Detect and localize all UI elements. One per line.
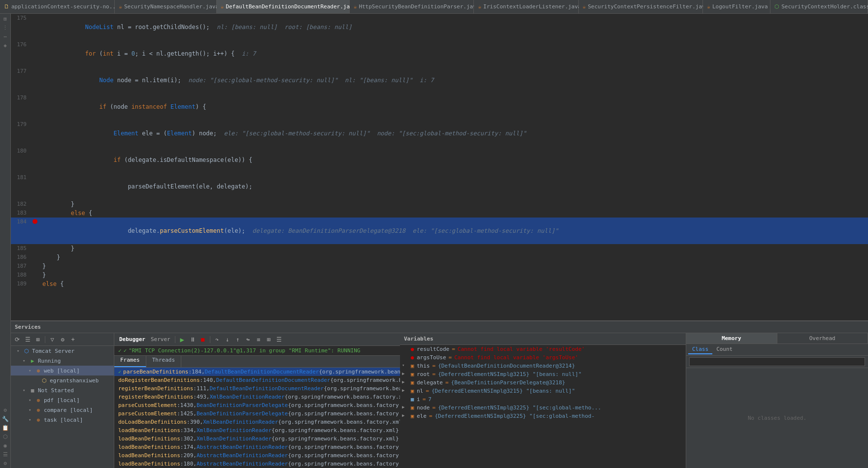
dbg-step-out-btn[interactable]: ↑ <box>234 335 242 344</box>
frame-7[interactable]: loadBeanDefinitions :334, XmlBeanDefinit… <box>114 426 400 435</box>
tab-2[interactable]: ☕ DefaultBeanDefinitionDocumentReader.ja… <box>217 0 350 13</box>
java-icon-6: ☕ <box>707 3 710 10</box>
tab-threads[interactable]: Threads <box>146 356 181 367</box>
tab-3[interactable]: ☕ HttpSecurityBeanDefinitionParser.java … <box>350 0 474 13</box>
tab-0[interactable]: 🗋 applicationContext-security-no... ✕ <box>0 0 115 13</box>
dbg-run-to-cursor-btn[interactable]: ↬ <box>244 335 253 344</box>
thread-check-icon: ✓ <box>118 347 122 354</box>
frame-8[interactable]: loadBeanDefinitions :302, XmlBeanDefinit… <box>114 435 400 443</box>
java-icon-4: ☕ <box>478 3 481 10</box>
services-add-btn[interactable]: + <box>68 335 77 344</box>
memory-overhead-tabs: Memory Overhead <box>686 333 868 344</box>
frame-11[interactable]: loadBeanDefinitions :180, AbstractBeanDe… <box>114 460 400 468</box>
var-i: ■ i = 7 <box>400 395 686 404</box>
count-subtab[interactable]: Count <box>712 345 736 354</box>
frame-3[interactable]: registerBeanDefinitions :493, XmlBeanDef… <box>114 393 400 401</box>
overhead-tab[interactable]: Overhead <box>777 333 868 343</box>
egrants-label: egrantshanxiweb <box>50 377 99 384</box>
dbg-stop-btn[interactable]: ■ <box>199 335 207 344</box>
tab-6[interactable]: ☕ LogoutFilter.java ✕ <box>703 0 770 13</box>
services-refresh-btn[interactable]: ⟳ <box>13 335 22 344</box>
tab-5-label: SecurityContextPersistenceFilter.java <box>588 3 708 10</box>
dbg-evaluate-btn[interactable]: ≡ <box>254 335 263 344</box>
compare-icon: ⊛ <box>34 406 42 414</box>
frames-list[interactable]: ✓ parseBeanDefinitions :184, DefaultBean… <box>114 368 400 468</box>
frame-10[interactable]: loadBeanDefinitions :209, AbstractBeanDe… <box>114 451 400 460</box>
dbg-settings-btn[interactable]: ⊞ <box>265 335 273 344</box>
tab-4[interactable]: ☕ IrisContextLoaderListener.java ✕ <box>474 0 578 13</box>
running-label: Running <box>38 358 61 364</box>
tab-7[interactable]: ⬡ SecurityContextHolder.class ✕ <box>770 0 868 13</box>
services-settings-btn[interactable]: ⚙ <box>58 335 67 344</box>
server-btn[interactable]: Server <box>149 336 172 343</box>
memory-search-input[interactable] <box>689 357 865 366</box>
tree-egrants[interactable]: ⬡ egrantshanxiweb <box>11 375 114 385</box>
tree-running[interactable]: ▾ ▶ Running <box>11 356 114 366</box>
memory-tab[interactable]: Memory <box>686 333 777 343</box>
services-panel: Services ⟳ ☰ ⊞ ▽ ⚙ + <box>11 320 868 468</box>
sidebar-icon-5[interactable]: ⚙ <box>1 407 9 415</box>
services-expand-btn[interactable]: ⊞ <box>33 335 42 344</box>
dbg-step-in-btn[interactable]: ↓ <box>223 335 232 344</box>
tree-web-local[interactable]: ▾ ⊛ web [local] <box>11 366 114 375</box>
services-list-btn[interactable]: ☰ <box>23 335 32 344</box>
services-body: ⟳ ☰ ⊞ ▽ ⚙ + ▾ ⬡ Tomcat Server <box>11 333 868 468</box>
tab-frames[interactable]: Frames <box>114 356 146 367</box>
pdf-label: pdf [local] <box>44 397 80 404</box>
frame-1[interactable]: doRegisterBeanDefinitions :140, DefaultB… <box>114 376 400 384</box>
dbg-resume-btn[interactable]: ▶ <box>178 335 187 344</box>
task-icon: ⊛ <box>34 416 42 424</box>
sidebar-icon-2[interactable]: ⋮ <box>1 25 9 32</box>
tab-5[interactable]: ☕ SecurityContextPersistenceFilter.java … <box>579 0 703 13</box>
debugger-toolbar: Debugger Server ▶ ⏸ ■ ↷ ↓ ↑ ↬ ≡ ⊞ <box>114 333 400 346</box>
sidebar-icon-7[interactable]: 📋 <box>1 425 9 433</box>
dbg-step-over-btn[interactable]: ↷ <box>213 335 222 344</box>
java-icon-5: ☕ <box>583 3 586 10</box>
services-tree: ⟳ ☰ ⊞ ▽ ⚙ + ▾ ⬡ Tomcat Server <box>11 333 114 468</box>
compare-label: compare [local] <box>44 407 93 413</box>
code-line-178: 178 if (node instanceof Element) { <box>11 94 868 120</box>
java-icon-2: ☕ <box>221 3 224 10</box>
memory-search-area <box>686 356 868 368</box>
sidebar-icon-1[interactable]: ⊞ <box>1 16 9 24</box>
debugger-tabs: Frames Threads <box>114 356 400 368</box>
sidebar-icon-11[interactable]: ⚙ <box>1 460 9 468</box>
debugger-btn[interactable]: Debugger <box>117 336 147 343</box>
class-icon: ⬡ <box>774 3 779 10</box>
left-sidebar-icons: ⊞ ⋮ ⋯ ◈ ⚙ 🔧 📋 ⬡ ◉ ☰ ⚙ <box>0 14 11 468</box>
frame-5[interactable]: parseCustomElement :1425, BeanDefinition… <box>114 409 400 418</box>
class-subtab[interactable]: Class <box>688 345 712 354</box>
services-toolbar: ⟳ ☰ ⊞ ▽ ⚙ + <box>11 333 114 346</box>
memory-empty-message: No classes loaded. <box>686 368 868 468</box>
frame-2[interactable]: registerBeanDefinitions :111, DefaultBea… <box>114 384 400 393</box>
tree-tomcat-server[interactable]: ▾ ⬡ Tomcat Server <box>11 346 114 356</box>
frame-9[interactable]: loadBeanDefinitions :174, AbstractBeanDe… <box>114 443 400 451</box>
tree-not-started[interactable]: ▾ ■ Not Started <box>11 385 114 395</box>
tab-1[interactable]: ☕ SecurityNamespaceHandler.java ✕ <box>115 0 216 13</box>
sidebar-icon-10[interactable]: ☰ <box>1 451 9 459</box>
variables-header: Variables <box>400 333 686 345</box>
tree-pdf-local[interactable]: ▾ ⊛ pdf [local] <box>11 395 114 405</box>
var-node: ▶ ▣ node = {DeferredElementNSImpl@3225} … <box>400 404 686 412</box>
frame-0[interactable]: ✓ parseBeanDefinitions :184, DefaultBean… <box>114 368 400 376</box>
dbg-more-btn[interactable]: ☰ <box>275 335 284 344</box>
sidebar-icon-9[interactable]: ◉ <box>1 442 9 450</box>
sidebar-icon-4[interactable]: ◈ <box>1 42 9 50</box>
var-obj-icon-3: ▣ <box>409 379 416 386</box>
var-obj-icon: ▣ <box>409 363 416 369</box>
tree-compare-local[interactable]: ▾ ⊛ compare [local] <box>11 405 114 415</box>
running-icon: ▶ <box>29 357 36 365</box>
memory-subtabs: Class Count <box>686 344 868 356</box>
thread-info-bar: ✓ ✓ "RMI TCP Connection(2)-127.0.0.1"@1,… <box>114 346 400 356</box>
frame-6[interactable]: doLoadBeanDefinitions :390, XmlBeanDefin… <box>114 418 400 426</box>
task-label: task [local] <box>44 417 83 423</box>
services-filter-btn[interactable]: ▽ <box>48 335 57 344</box>
debugger-panel: Debugger Server ▶ ⏸ ■ ↷ ↓ ↑ ↬ ≡ ⊞ <box>114 333 400 468</box>
dbg-pause-btn[interactable]: ⏸ <box>188 335 197 344</box>
sidebar-icon-3[interactable]: ⋯ <box>1 33 9 41</box>
tree-task-local[interactable]: ▾ ⊛ task [local] <box>11 415 114 425</box>
frame-4[interactable]: parseCustomElement :1430, BeanDefinition… <box>114 401 400 409</box>
tab-bar: 🗋 applicationContext-security-no... ✕ ☕ … <box>0 0 868 14</box>
sidebar-icon-6[interactable]: 🔧 <box>1 416 9 424</box>
sidebar-icon-8[interactable]: ⬡ <box>1 434 9 441</box>
